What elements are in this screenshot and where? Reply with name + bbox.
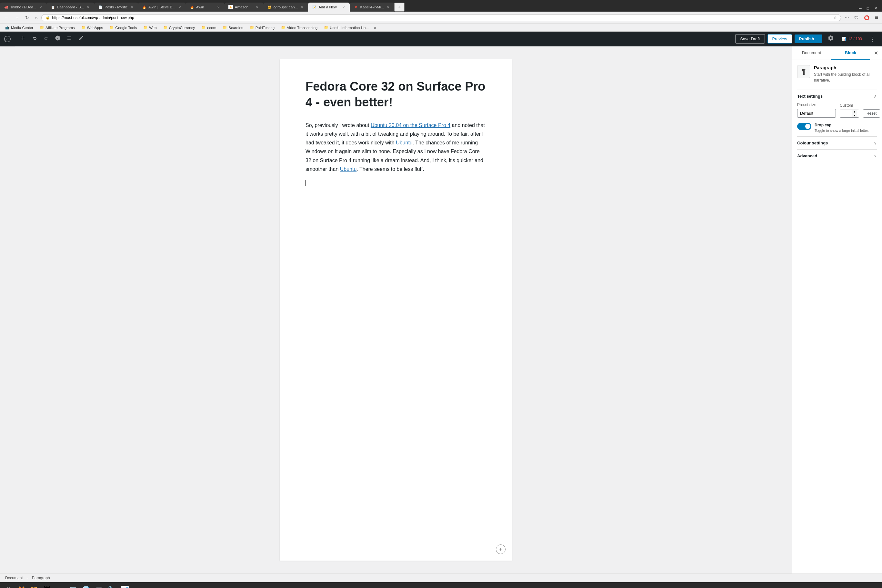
taskbar-app9[interactable]: 📊 [119, 584, 130, 588]
spinner-up-button[interactable]: ▲ [852, 110, 857, 114]
paragraph-block[interactable]: So, previously I wrote about Ubuntu 20.0… [305, 121, 486, 173]
taskbar-photos[interactable]: 🖼 [41, 584, 53, 588]
taskbar-app6[interactable]: 💎 [80, 584, 92, 588]
taskbar-app8[interactable]: 🔧 [106, 584, 117, 588]
tab-add-new[interactable]: 📝 Add a New... ✕ [308, 3, 350, 12]
preset-dropdown-wrapper: Default Small Normal Medium Large Extra … [797, 109, 836, 118]
bookmark-label-crypto: CryptoCurrency [169, 26, 195, 30]
bookmark-ecom[interactable]: 📁 ecom [199, 25, 219, 30]
taskbar-firefox[interactable]: 🦊 [15, 584, 27, 588]
text-settings-header[interactable]: Text settings ∧ [797, 90, 877, 102]
seo-score-button[interactable]: 📊 13 / 100 [839, 36, 865, 42]
colour-settings-header[interactable]: Colour settings ∨ [797, 136, 877, 149]
tab-posts-mystic[interactable]: 📄 Posts ‹ Mystic ✕ [94, 3, 138, 12]
bookmark-label-ecom: ecom [207, 26, 216, 30]
shield-icon[interactable]: 🛡 [853, 14, 860, 21]
taskbar-files[interactable]: 📂 [29, 584, 40, 588]
tab-label-snibbo: snibbo71/Dea... [11, 5, 36, 9]
extensions-button[interactable]: ⋯ [843, 14, 851, 21]
preset-size-dropdown[interactable]: Default Small Normal Medium Large Extra … [797, 109, 836, 118]
colour-settings-chevron-icon: ∨ [874, 141, 877, 146]
save-draft-button[interactable]: Save Draft [735, 34, 765, 44]
bookmark-web[interactable]: 📁 Web [141, 25, 159, 30]
redo-button[interactable] [41, 33, 52, 45]
publish-button[interactable]: Publish... [795, 34, 822, 43]
menu-button[interactable]: ≡ [873, 13, 879, 22]
minimize-window-button[interactable]: ─ [857, 5, 864, 12]
taskbar: ⠿ 🦊 📂 🖼 🗂 💻 💎 🎮 🔧 📊 6.8 °C 📶 🔷 🔊 🔒 Tue 5… [0, 582, 882, 588]
link-ubuntu-1[interactable]: Ubuntu [396, 140, 413, 146]
back-button[interactable]: ← [3, 14, 11, 21]
pocket-icon[interactable]: ⭕ [862, 14, 871, 21]
maximize-window-button[interactable]: □ [865, 5, 871, 12]
bookmark-label-useful: Useful Information Ho... [330, 26, 369, 30]
advanced-section-header[interactable]: Advanced ∨ [797, 149, 877, 162]
tab-label-kabel: Kabel-F-r-Mi... [360, 5, 383, 9]
url-input[interactable] [52, 15, 832, 20]
reload-button[interactable]: ↻ [23, 14, 31, 21]
spinner-down-button[interactable]: ▼ [852, 114, 857, 118]
more-options-button[interactable]: ⋮ [867, 33, 878, 45]
home-button[interactable]: ⌂ [33, 14, 39, 21]
text-settings-chevron-icon: ∧ [874, 94, 877, 99]
custom-size-input[interactable] [840, 110, 852, 117]
bookmark-star-icon[interactable]: ☆ [834, 15, 837, 20]
undo-button[interactable] [29, 33, 40, 45]
new-tab-button[interactable]: + [394, 3, 404, 12]
tab-close-snibbo[interactable]: ✕ [38, 5, 43, 9]
bookmark-webapps[interactable]: 📁 WebApps [79, 25, 106, 30]
status-arrow: → [26, 576, 29, 580]
block-info: Paragraph Start with the building block … [814, 65, 877, 83]
wp-editor-main[interactable]: Fedora Core 32 on Surface Pro 4 - even b… [0, 46, 792, 573]
tab-document[interactable]: Document [792, 46, 831, 60]
bookmarks-overflow[interactable]: » [373, 25, 377, 30]
close-window-button[interactable]: ✕ [872, 5, 879, 12]
info-button[interactable] [52, 33, 63, 45]
preview-button[interactable]: Preview [768, 34, 792, 44]
bookmark-video[interactable]: 📁 Video Transcribing [278, 25, 320, 30]
tab-icon-snibbo: 🐙 [4, 5, 8, 9]
reset-button[interactable]: Reset [863, 109, 880, 118]
empty-paragraph[interactable] [305, 178, 486, 187]
add-block-inline-button[interactable]: + [496, 544, 505, 554]
bookmark-paidtesting[interactable]: 📁 PaidTesting [247, 25, 277, 30]
status-paragraph[interactable]: Paragraph [32, 576, 50, 580]
tools-button[interactable] [75, 33, 86, 45]
tab-awin[interactable]: 🔥 Awin ✕ [186, 3, 224, 12]
list-view-button[interactable] [64, 33, 75, 45]
bookmark-crypto[interactable]: 📁 CryptoCurrency [161, 25, 198, 30]
taskbar-terminal[interactable]: 💻 [67, 584, 79, 588]
tab-snibbo[interactable]: 🐙 snibbo71/Dea... ✕ [0, 3, 47, 12]
tab-dashboard[interactable]: 📋 Dashboard ‹ B... ✕ [47, 3, 95, 12]
settings-button[interactable] [825, 33, 837, 45]
link-ubuntu-20[interactable]: Ubuntu 20.04 on the Surface Pro 4 [371, 123, 450, 128]
post-body[interactable]: So, previously I wrote about Ubuntu 20.0… [305, 121, 486, 187]
tab-amazon[interactable]: A Amazon ✕ [224, 3, 263, 12]
forward-button[interactable]: → [13, 14, 21, 21]
status-document[interactable]: Document [5, 576, 23, 580]
app8-icon: 🔧 [107, 586, 116, 588]
tab-awin-steve[interactable]: 🔥 Awin | Steve B... ✕ [138, 3, 186, 12]
post-title[interactable]: Fedora Core 32 on Surface Pro 4 - even b… [305, 79, 486, 111]
tab-cgroups[interactable]: 🐱 cgroups: can... ✕ [263, 3, 308, 12]
link-ubuntu-2[interactable]: Ubuntu [340, 166, 357, 172]
text-settings-content: Preset size Default Small Normal Medium … [797, 102, 877, 136]
tab-block[interactable]: Block [831, 46, 870, 60]
custom-size-wrapper: Custom ▲ ▼ [840, 103, 859, 118]
address-bar: 🔒 ☆ [41, 14, 841, 21]
drop-cap-toggle[interactable] [797, 123, 811, 130]
tab-label-awin-steve: Awin | Steve B... [149, 5, 176, 9]
taskbar-apps-grid[interactable]: ⠿ [3, 584, 14, 588]
bookmark-affiliate[interactable]: 📁 Affiliate Programs [37, 25, 77, 30]
add-block-toolbar-button[interactable] [17, 33, 29, 45]
wordpress-logo[interactable] [0, 32, 15, 46]
bookmark-useful[interactable]: 📁 Useful Information Ho... [321, 25, 371, 30]
bookmark-google-tools[interactable]: 📁 Google Tools [107, 25, 139, 30]
bookmark-beardies[interactable]: 📁 Beardies [220, 25, 245, 30]
tab-kabel[interactable]: ❤ Kabel-F-r-Mi... ✕ [350, 3, 394, 12]
sidebar-close-button[interactable]: ✕ [870, 47, 882, 58]
taskbar-folder[interactable]: 🗂 [54, 584, 66, 588]
taskbar-app7[interactable]: 🎮 [93, 584, 105, 588]
bookmark-media-center[interactable]: 📺 Media Center [3, 25, 36, 30]
bookmark-label-paid: PaidTesting [255, 26, 275, 30]
